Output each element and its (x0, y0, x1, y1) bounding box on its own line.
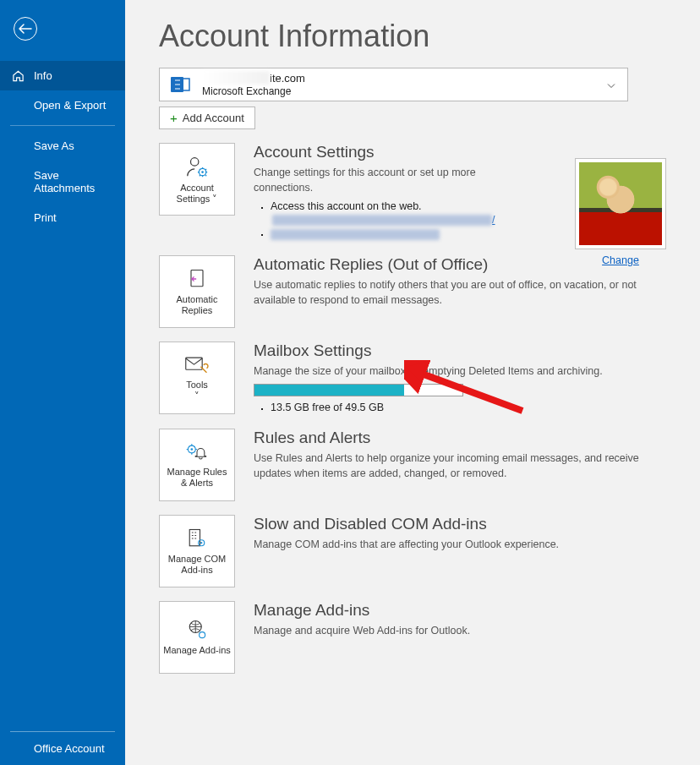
sidebar-item-label: Save As (34, 139, 74, 152)
sidebar-item-label: Save Attachments (34, 169, 95, 194)
secondary-link[interactable] (271, 227, 440, 239)
sidebar-divider (10, 125, 115, 126)
envelope-wrench-icon (184, 354, 210, 376)
mailbox-usage-bar (254, 384, 463, 396)
section-desc: Manage COM add-ins that are affecting yo… (254, 537, 666, 552)
account-email: ite.com (202, 72, 305, 85)
bullet-access-web: Access this account on the web. (271, 200, 516, 212)
manage-addins-tile[interactable]: Manage Add-ins (159, 601, 235, 674)
person-gear-icon (184, 154, 210, 179)
sidebar-item-label: Office Account (34, 742, 105, 755)
profile-photo (575, 158, 666, 249)
svg-point-8 (191, 448, 194, 451)
chevron-down-icon: ˅ (194, 391, 200, 401)
sidebar-item-print[interactable]: Print (0, 203, 125, 232)
section-desc: Change settings for this account or set … (254, 165, 516, 195)
exchange-icon (170, 73, 194, 96)
caret-down-icon (607, 79, 615, 91)
account-selector[interactable]: ite.com Microsoft Exchange (159, 68, 628, 101)
sidebar-item-save-as[interactable]: Save As (0, 131, 125, 161)
sidebar-item-label: Print (34, 211, 57, 224)
section-title: Slow and Disabled COM Add-ins (254, 515, 666, 533)
redacted-text (202, 71, 270, 85)
web-access-link[interactable]: / (272, 214, 495, 226)
com-addins-tile[interactable]: Manage COM Add-ins (159, 515, 235, 587)
svg-point-13 (200, 632, 205, 638)
profile-photo-block: Change (575, 158, 666, 266)
chevron-down-icon: ˅ (210, 194, 217, 204)
sidebar-item-label: Open & Export (34, 99, 106, 112)
mailbox-usage-text: 13.5 GB free of 49.5 GB (271, 402, 666, 413)
add-account-button[interactable]: + Add Account (159, 107, 255, 129)
svg-point-3 (201, 172, 204, 174)
home-icon (12, 69, 25, 82)
section-desc: Manage the size of your mailbox by empty… (254, 363, 666, 379)
rules-alerts-tile[interactable]: Manage Rules & Alerts (159, 429, 235, 501)
svg-point-1 (191, 158, 199, 166)
sidebar-item-info[interactable]: Info (0, 61, 125, 90)
back-button[interactable] (14, 17, 37, 41)
sidebar-item-open-export[interactable]: Open & Export (0, 90, 125, 120)
backstage-sidebar: Info Open & Export Save As Save Attachme… (0, 0, 125, 765)
back-arrow-icon (19, 24, 32, 34)
redacted-link (272, 215, 492, 226)
button-label: Add Account (183, 112, 244, 124)
page-title: Account Information (159, 19, 666, 54)
plus-icon: + (170, 111, 178, 125)
section-desc: Use Rules and Alerts to help organize yo… (254, 451, 666, 481)
main-content: Account Information ite.com Microsoft Ex… (125, 0, 700, 765)
sidebar-item-label: Info (34, 69, 52, 82)
section-title: Manage Add-ins (254, 601, 666, 620)
sidebar-item-save-attachments[interactable]: Save Attachments (0, 161, 125, 203)
section-desc: Use automatic replies to notify others t… (254, 277, 666, 308)
svg-rect-5 (186, 358, 202, 369)
section-title: Mailbox Settings (254, 342, 666, 360)
section-desc: Manage and acquire Web Add-ins for Outlo… (254, 623, 666, 638)
account-type: Microsoft Exchange (202, 85, 305, 97)
account-settings-tile[interactable]: Account Settings ˅ (159, 143, 235, 216)
automatic-replies-tile[interactable]: Automatic Replies (159, 255, 235, 328)
reply-arrow-icon (185, 267, 209, 291)
building-gear-icon (185, 527, 209, 550)
section-title: Account Settings (254, 143, 516, 161)
sidebar-item-office-account[interactable]: Office Account (0, 732, 125, 765)
section-title: Automatic Replies (Out of Office) (254, 255, 666, 274)
redacted-link (271, 229, 440, 240)
section-title: Rules and Alerts (254, 429, 666, 447)
gear-bell-icon (184, 441, 210, 463)
globe-gear-icon (185, 618, 209, 642)
tools-tile[interactable]: Tools˅ (159, 342, 235, 414)
svg-point-11 (200, 542, 202, 544)
